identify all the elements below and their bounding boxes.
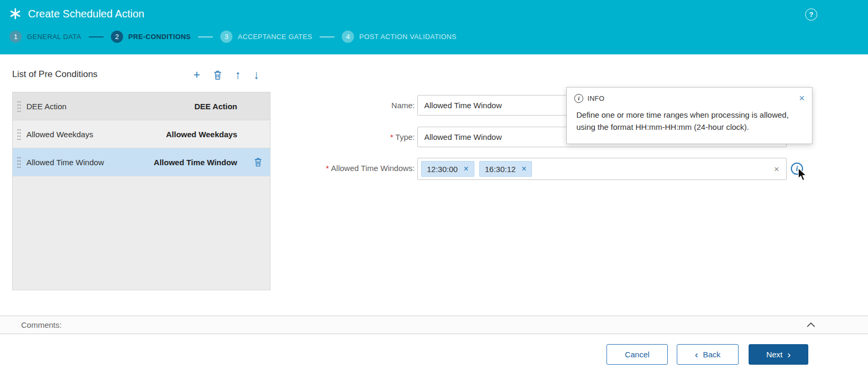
chip-remove-icon[interactable]: × [463,165,468,173]
info-icon[interactable]: i [791,163,803,175]
header-bar: Create Scheduled Action ? 1 GENERAL DATA… [0,0,868,54]
step-connector [320,36,334,37]
drag-handle-icon[interactable] [17,100,21,112]
row-type: Allowed Weekdays [166,130,237,139]
tooltip-title: INFO [587,94,604,102]
step-connector [198,36,213,37]
delete-button[interactable] [213,70,222,80]
list-title: List of Pre Conditions [12,69,98,80]
type-label: *Type: [296,132,415,141]
drag-handle-icon[interactable] [17,156,21,168]
row-type: DEE Action [194,102,237,111]
wizard-steps: 1 GENERAL DATA 2 PRE-CONDITIONS 3 ACCEPT… [0,31,868,43]
collapse-comments-button[interactable] [807,322,815,327]
tooltip-body: Define one or more time ranges when proc… [567,106,812,144]
move-up-button[interactable]: ↑ [235,69,241,81]
step-connector [89,36,104,37]
step-label: GENERAL DATA [27,33,81,41]
required-asterisk: * [390,132,393,141]
plus-icon: + [193,69,200,81]
title-bar: Create Scheduled Action ? [0,0,868,27]
chevron-right-icon: › [787,349,790,359]
back-button-label: Back [703,350,720,359]
trash-icon [213,70,222,80]
step-label: ACCEPTANCE GATES [238,33,312,41]
allowed-time-windows-label-text: Allowed Time Windows: [331,164,415,173]
step-label: POST ACTION VALIDATIONS [359,33,456,41]
chip-remove-icon[interactable]: × [521,165,526,173]
row-type: Allowed Time Window [154,158,237,167]
asterisk-logo-icon [10,8,21,20]
move-down-button[interactable]: ↓ [254,69,259,81]
step-general-data[interactable]: 1 GENERAL DATA [10,31,81,43]
next-button-label: Next [766,350,782,359]
arrow-down-icon: ↓ [254,69,259,81]
step-number: 1 [10,31,22,43]
info-tooltip: i INFO × Define one or more time ranges … [566,87,813,144]
step-label: PRE-CONDITIONS [128,33,191,41]
row-delete-button[interactable] [254,157,263,167]
chip-value: 12:30:00 [427,165,458,174]
tooltip-header: i INFO × [567,88,812,106]
list-item-allowed-weekdays[interactable]: Allowed Weekdays Allowed Weekdays [13,120,270,148]
chip-value: 16:30:12 [485,165,516,174]
arrow-up-icon: ↑ [235,69,241,81]
trash-icon [254,157,263,167]
row-name: DEE Action [26,102,67,111]
row-name: Allowed Time Window [26,158,104,167]
required-asterisk: * [326,164,329,173]
allowed-time-windows-input[interactable]: 12:30:00 × 16:30:12 × × [417,158,787,180]
step-number: 3 [220,31,232,43]
time-window-chip: 16:30:12 × [479,161,533,177]
next-button[interactable]: Next › [749,344,808,365]
comments-section: Comments: [0,316,868,334]
step-post-action-validations[interactable]: 4 POST ACTION VALIDATIONS [342,31,456,43]
page-title: Create Scheduled Action [28,8,144,20]
add-button[interactable]: + [193,69,200,81]
name-label: Name: [296,101,415,110]
row-name: Allowed Weekdays [26,130,93,139]
tooltip-info-icon: i [574,94,583,103]
allowed-time-windows-label: *Allowed Time Windows: [296,164,415,173]
cancel-button[interactable]: Cancel [606,344,668,365]
cancel-button-label: Cancel [625,350,650,359]
name-label-text: Name: [391,101,415,110]
chevron-left-icon: ‹ [695,349,698,359]
tooltip-close-icon[interactable]: × [799,93,805,103]
clear-field-icon[interactable]: × [774,165,779,174]
back-button[interactable]: ‹ Back [677,344,739,365]
type-label-text: Type: [395,132,415,141]
chevron-up-icon [807,322,815,327]
list-toolbar: + ↑ ↓ [193,67,259,83]
list-item-dee-action[interactable]: DEE Action DEE Action [13,92,270,120]
comments-label: Comments: [21,320,62,329]
step-number: 4 [342,31,354,43]
precondition-list: DEE Action DEE Action Allowed Weekdays A… [12,92,270,290]
step-pre-conditions[interactable]: 2 PRE-CONDITIONS [111,31,191,43]
time-window-chip: 12:30:00 × [421,161,474,177]
step-number: 2 [111,31,123,43]
drag-handle-icon[interactable] [17,128,21,140]
list-item-allowed-time-window[interactable]: Allowed Time Window Allowed Time Window [13,148,270,176]
step-acceptance-gates[interactable]: 3 ACCEPTANCE GATES [220,31,312,43]
help-icon[interactable]: ? [805,8,817,21]
